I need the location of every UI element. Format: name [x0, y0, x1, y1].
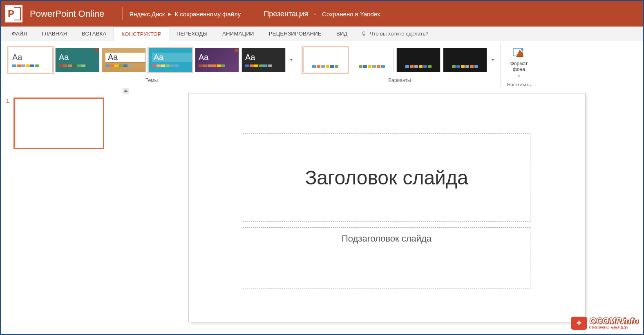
- group-label-variants: Варианты: [388, 76, 411, 86]
- theme-ion[interactable]: Aa: [55, 48, 99, 72]
- format-background-label: Формат фона: [507, 61, 531, 73]
- tab-review[interactable]: РЕЦЕНЗИРОВАНИЕ: [262, 27, 329, 41]
- ribbon-group-customize: Формат фона ▾ Настроить: [501, 44, 537, 86]
- tell-me-search[interactable]: Что вы хотите сделать?: [361, 27, 429, 41]
- group-label-themes: Темы: [145, 76, 158, 86]
- theme-organic[interactable]: Aa: [102, 48, 146, 72]
- breadcrumb-file[interactable]: К сохраненному файлу: [174, 11, 241, 18]
- variants-more-button[interactable]: [490, 52, 496, 68]
- format-background-icon: [512, 46, 525, 59]
- theme-ion-boardroom[interactable]: Aa: [195, 48, 239, 72]
- watermark-main: OCOMP.info: [590, 316, 639, 326]
- document-name[interactable]: Презентация: [264, 10, 308, 18]
- theme-office[interactable]: Aa: [9, 48, 53, 72]
- ribbon-group-themes: Aa Aa Aa Aa Aa Aa: [4, 44, 299, 86]
- title-center: Презентация - Сохранено в Yandex: [264, 10, 380, 18]
- ribbon-tabs: ФАЙЛ ГЛАВНАЯ ВСТАВКА КОНСТРУКТОР ПЕРЕХОД…: [1, 27, 643, 41]
- chevron-right-icon: ▶: [168, 11, 171, 17]
- svg-point-0: [362, 31, 365, 34]
- dash: -: [314, 10, 316, 18]
- title-bar: PowerPoint Online Яндекс.Диск ▶ К сохран…: [1, 1, 643, 27]
- slide-thumbnail-panel: 1: [1, 86, 131, 334]
- title-text[interactable]: Заголовок слайда: [305, 166, 468, 189]
- scroll-up-button[interactable]: [123, 88, 129, 94]
- lightbulb-icon: [361, 31, 367, 37]
- app-name: PowerPoint Online: [30, 9, 104, 19]
- tab-design[interactable]: КОНСТРУКТОР: [114, 27, 169, 41]
- saved-status: Сохранено в Yandex: [322, 11, 380, 18]
- variant-4[interactable]: [443, 48, 487, 72]
- watermark: + OCOMP.info ВОПРОСЫ АДМИНУ: [571, 316, 639, 330]
- powerpoint-logo-icon: [5, 5, 22, 22]
- svg-point-3: [521, 48, 523, 51]
- variant-1[interactable]: [303, 48, 347, 72]
- tab-insert[interactable]: ВСТАВКА: [74, 27, 114, 41]
- variant-3[interactable]: [396, 48, 441, 72]
- slide-thumbnail[interactable]: [13, 98, 104, 149]
- svg-rect-1: [363, 34, 364, 35]
- divider: [122, 7, 123, 20]
- tab-home[interactable]: ГЛАВНАЯ: [34, 27, 74, 41]
- editor-area: 1 Заголовок слайда Подзаголовок слайда: [1, 86, 643, 334]
- subtitle-placeholder[interactable]: Подзаголовок слайда: [243, 227, 530, 288]
- variant-2[interactable]: [350, 48, 394, 72]
- watermark-sub: ВОПРОСЫ АДМИНУ: [590, 326, 639, 330]
- slide-canvas[interactable]: Заголовок слайда Подзаголовок слайда: [189, 93, 585, 322]
- ribbon-group-variants: Варианты: [299, 44, 501, 86]
- theme-facet[interactable]: Aa: [148, 48, 192, 72]
- ribbon-content: Aa Aa Aa Aa Aa Aa: [1, 41, 643, 86]
- slide-thumb-item[interactable]: 1: [6, 98, 126, 149]
- title-placeholder[interactable]: Заголовок слайда: [243, 133, 530, 222]
- themes-more-button[interactable]: [288, 52, 295, 68]
- breadcrumb[interactable]: Яндекс.Диск ▶ К сохраненному файлу: [129, 11, 241, 18]
- subtitle-text[interactable]: Подзаголовок слайда: [342, 233, 432, 244]
- tab-animations[interactable]: АНИМАЦИИ: [215, 27, 262, 41]
- theme-marker-icon: [95, 49, 98, 52]
- tab-file[interactable]: ФАЙЛ: [4, 27, 34, 41]
- format-background-button[interactable]: Формат фона ▾: [505, 44, 533, 80]
- tab-transitions[interactable]: ПЕРЕХОДЫ: [169, 27, 215, 41]
- slide-canvas-area[interactable]: Заголовок слайда Подзаголовок слайда: [131, 86, 643, 334]
- watermark-badge-icon: +: [571, 317, 587, 330]
- slide-number: 1: [6, 98, 9, 149]
- breadcrumb-location[interactable]: Яндекс.Диск: [129, 11, 165, 18]
- theme-slice[interactable]: Aa: [242, 48, 286, 72]
- theme-marker-icon: [235, 49, 238, 52]
- tell-me-placeholder: Что вы хотите сделать?: [370, 31, 429, 37]
- tab-view[interactable]: ВИД: [329, 27, 355, 41]
